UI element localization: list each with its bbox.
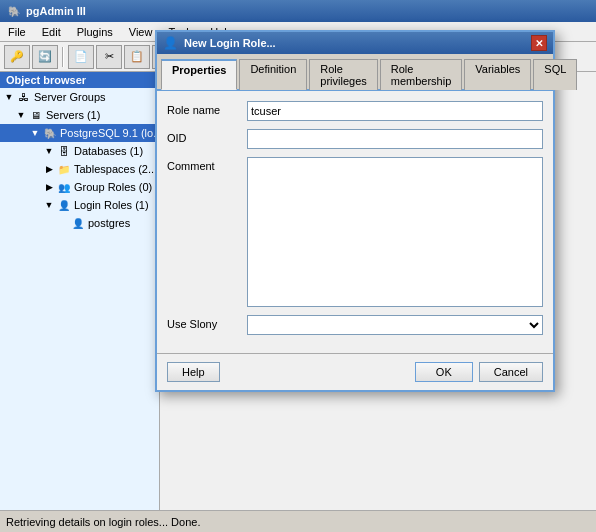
cancel-button[interactable]: Cancel [479, 362, 543, 382]
role-name-input[interactable] [247, 101, 543, 121]
use-slony-select[interactable]: Yes No [247, 315, 543, 335]
group-roles-icon: 👥 [56, 179, 72, 195]
postgresql-label: PostgreSQL 9.1 (lo... [60, 127, 160, 139]
form-row-comment: Comment [167, 157, 543, 307]
login-roles-icon: 👤 [56, 197, 72, 213]
databases-label: Databases (1) [74, 145, 143, 157]
postgres-icon: 👤 [70, 215, 86, 231]
modal-footer: Help OK Cancel [157, 353, 553, 390]
databases-icon: 🗄 [56, 143, 72, 159]
modal-titlebar: 👤 New Login Role... ✕ [157, 32, 553, 54]
app-title: pgAdmin III [26, 5, 86, 17]
role-name-label: Role name [167, 101, 247, 116]
postgresql-icon: 🐘 [42, 125, 58, 141]
sidebar-item-tablespaces[interactable]: ▶ 📁 Tablespaces (2... [0, 160, 159, 178]
toggle-tablespaces[interactable]: ▶ [42, 162, 56, 176]
toggle-postgres [56, 216, 70, 230]
modal-close-button[interactable]: ✕ [531, 35, 547, 51]
tab-bar: Properties Definition Role privileges Ro… [157, 54, 553, 91]
tab-properties[interactable]: Properties [161, 59, 237, 90]
toolbar-new-btn[interactable]: 📄 [68, 45, 94, 69]
form-row-use-slony: Use Slony Yes No [167, 315, 543, 335]
server-groups-icon: 🖧 [16, 89, 32, 105]
tablespaces-label: Tablespaces (2... [74, 163, 157, 175]
server-groups-label: Server Groups [34, 91, 106, 103]
ok-button[interactable]: OK [415, 362, 473, 382]
modal-title: New Login Role... [184, 37, 276, 49]
help-button[interactable]: Help [167, 362, 220, 382]
modal-action-buttons: OK Cancel [415, 362, 543, 382]
sidebar-item-postgres[interactable]: 👤 postgres [0, 214, 159, 232]
toggle-group-roles[interactable]: ▶ [42, 180, 56, 194]
comment-textarea[interactable] [247, 157, 543, 307]
menu-file[interactable]: File [0, 22, 34, 41]
login-roles-label: Login Roles (1) [74, 199, 149, 211]
sidebar: Object browser ▼ 🖧 Server Groups ▼ 🖥 Ser… [0, 72, 160, 510]
tab-variables[interactable]: Variables [464, 59, 531, 90]
form-row-role-name: Role name [167, 101, 543, 121]
group-roles-label: Group Roles (0) [74, 181, 152, 193]
sidebar-item-servers[interactable]: ▼ 🖥 Servers (1) [0, 106, 159, 124]
postgres-label: postgres [88, 217, 130, 229]
toolbar-refresh-btn[interactable]: 🔄 [32, 45, 58, 69]
toggle-server-groups[interactable]: ▼ [2, 90, 16, 104]
modal-title-icon: 👤 [163, 36, 178, 50]
sidebar-item-server-groups[interactable]: ▼ 🖧 Server Groups [0, 88, 159, 106]
tab-sql[interactable]: SQL [533, 59, 577, 90]
toolbar-copy-btn[interactable]: 📋 [124, 45, 150, 69]
use-slony-label: Use Slony [167, 315, 247, 330]
menu-edit[interactable]: Edit [34, 22, 69, 41]
toolbar-cut-btn[interactable]: ✂ [96, 45, 122, 69]
oid-input[interactable] [247, 129, 543, 149]
toggle-login-roles[interactable]: ▼ [42, 198, 56, 212]
toggle-servers[interactable]: ▼ [14, 108, 28, 122]
toolbar-sep-1 [62, 47, 64, 67]
oid-label: OID [167, 129, 247, 144]
servers-icon: 🖥 [28, 107, 44, 123]
tab-definition[interactable]: Definition [239, 59, 307, 90]
servers-label: Servers (1) [46, 109, 100, 121]
tab-role-membership[interactable]: Role membership [380, 59, 463, 90]
toggle-databases[interactable]: ▼ [42, 144, 56, 158]
statusbar-text: Retrieving details on login roles... Don… [6, 516, 200, 528]
toggle-postgresql[interactable]: ▼ [28, 126, 42, 140]
sidebar-item-postgresql[interactable]: ▼ 🐘 PostgreSQL 9.1 (lo... [0, 124, 159, 142]
app-titlebar: 🐘 pgAdmin III [0, 0, 596, 22]
form-area: Role name OID Comment Use Slony Yes No [157, 91, 553, 353]
sidebar-header: Object browser [0, 72, 159, 88]
app-icon: 🐘 [6, 3, 22, 19]
menu-plugins[interactable]: Plugins [69, 22, 121, 41]
statusbar: Retrieving details on login roles... Don… [0, 510, 596, 532]
tablespaces-icon: 📁 [56, 161, 72, 177]
form-row-oid: OID [167, 129, 543, 149]
modal-title-left: 👤 New Login Role... [163, 36, 276, 50]
sidebar-item-databases[interactable]: ▼ 🗄 Databases (1) [0, 142, 159, 160]
toolbar-key-btn[interactable]: 🔑 [4, 45, 30, 69]
sidebar-item-login-roles[interactable]: ▼ 👤 Login Roles (1) [0, 196, 159, 214]
modal-dialog: 👤 New Login Role... ✕ Properties Definit… [155, 30, 555, 392]
sidebar-item-group-roles[interactable]: ▶ 👥 Group Roles (0) [0, 178, 159, 196]
comment-label: Comment [167, 157, 247, 172]
tab-role-privileges[interactable]: Role privileges [309, 59, 377, 90]
